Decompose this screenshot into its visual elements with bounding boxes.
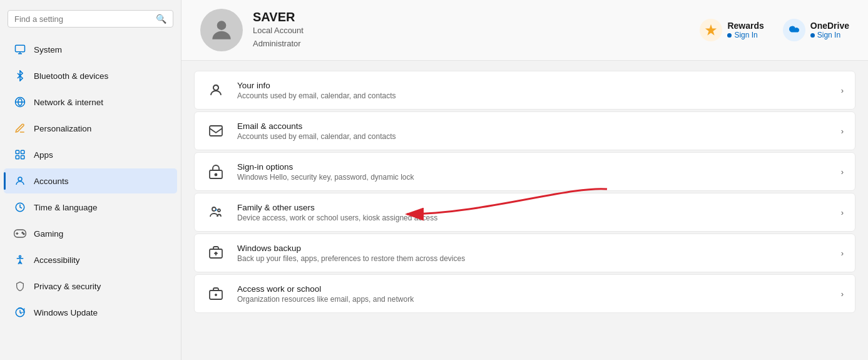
sidebar-label-personalization: Personalization [34,124,91,133]
search-icon: 🔍 [156,14,166,24]
bluetooth-icon [14,69,26,82]
svg-point-19 [218,209,220,212]
network-icon [14,96,26,108]
settings-item-email[interactable]: Email & accounts Accounts used by email,… [194,111,855,150]
svg-rect-2 [21,150,24,153]
sidebar-item-personalization[interactable]: Personalization [4,116,177,141]
accounts-icon [14,175,26,187]
onedrive-signin: Sign In [810,31,849,39]
signin-icon [206,162,226,182]
svg-point-8 [22,232,23,234]
your-info-icon [206,80,226,100]
sidebar-label-accessibility: Accessibility [34,255,80,265]
sidebar-label-time: Time & language [34,203,98,212]
svg-rect-3 [16,156,19,159]
time-icon [14,201,26,213]
svg-point-12 [217,21,227,30]
email-content: Email & accounts Accounts used by email,… [237,121,830,141]
svg-rect-4 [21,156,24,159]
rewards-signin: Sign In [727,31,763,39]
profile-account-type: Local Account [253,24,690,38]
your-info-chevron: › [841,86,844,95]
settings-item-your-info[interactable]: Your info Accounts used by email, calend… [194,71,855,110]
profile-info: SAVER Local Account Administrator [253,10,690,51]
rewards-text: Rewards Sign In [727,21,763,39]
svg-point-14 [213,85,218,90]
email-icon [206,121,226,141]
svg-rect-0 [16,45,25,52]
backup-chevron: › [841,249,844,258]
sidebar-item-bluetooth[interactable]: Bluetooth & devices [4,63,177,88]
sidebar-label-apps: Apps [34,150,53,160]
settings-item-backup[interactable]: Windows backup Back up your files, apps,… [194,234,855,272]
settings-item-family[interactable]: Family & other users Device access, work… [194,193,855,232]
svg-point-17 [215,174,217,176]
work-content: Access work or school Organization resou… [237,284,830,304]
sidebar-item-time[interactable]: Time & language [4,195,177,220]
backup-content: Windows backup Back up your files, apps,… [237,244,830,263]
privacy-icon [14,280,26,292]
sidebar-label-gaming: Gaming [34,229,63,239]
profile-role: Administrator [253,38,690,51]
rewards-icon [700,19,722,41]
family-content: Family & other users Device access, work… [237,203,830,222]
sidebar-item-apps[interactable]: Apps [4,142,177,167]
avatar [200,9,243,51]
backup-title: Windows backup [237,244,830,253]
sidebar-label-privacy: Privacy & security [34,282,101,291]
settings-item-signin[interactable]: Sign-in options Windows Hello, security … [194,152,855,191]
sidebar-item-accessibility[interactable]: Accessibility [4,247,177,272]
sidebar-label-network: Network & internet [34,98,103,107]
profile-name: SAVER [253,10,690,24]
sidebar-item-gaming[interactable]: Gaming [4,221,177,246]
family-desc: Device access, work or school users, kio… [237,213,830,222]
signin-desc: Windows Hello, security key, password, d… [237,173,830,182]
svg-point-10 [19,255,21,257]
onedrive-action[interactable]: OneDrive Sign In [783,19,849,41]
apps-icon [14,148,26,161]
your-info-title: Your info [237,81,830,90]
svg-rect-15 [210,126,222,136]
work-desc: Organization resources like email, apps,… [237,295,830,304]
family-title: Family & other users [237,203,830,212]
onedrive-title: OneDrive [810,21,849,31]
rewards-action[interactable]: Rewards Sign In [700,19,763,41]
sidebar: 🔍 System Bluetooth & devices Network & i… [0,0,181,360]
sidebar-label-update: Windows Update [34,308,98,317]
profile-bar: SAVER Local Account Administrator Reward… [181,0,868,61]
signin-title: Sign-in options [237,162,830,172]
sidebar-label-accounts: Accounts [34,177,69,186]
update-icon [14,306,26,319]
family-chevron: › [841,208,844,217]
sidebar-item-accounts[interactable]: Accounts [4,168,177,193]
your-info-desc: Accounts used by email, calendar, and co… [237,91,830,100]
sidebar-item-update[interactable]: Windows Update [4,300,177,325]
onedrive-icon [783,19,805,41]
main-content: SAVER Local Account Administrator Reward… [181,0,868,360]
email-title: Email & accounts [237,121,830,131]
settings-list: Your info Accounts used by email, calend… [181,61,868,323]
email-desc: Accounts used by email, calendar, and co… [237,132,830,141]
search-box[interactable]: 🔍 [8,10,173,28]
backup-icon [206,243,226,263]
sidebar-item-network[interactable]: Network & internet [4,90,177,115]
sidebar-item-privacy[interactable]: Privacy & security [4,274,177,299]
svg-point-5 [18,177,22,181]
backup-desc: Back up your files, apps, preferences to… [237,254,830,263]
sidebar-item-system[interactable]: System [4,37,177,62]
email-chevron: › [841,126,844,136]
svg-rect-1 [16,150,19,153]
svg-point-9 [23,234,24,235]
work-chevron: › [841,289,844,299]
signin-content: Sign-in options Windows Hello, security … [237,162,830,182]
work-icon [206,284,226,304]
rewards-title: Rewards [727,21,763,31]
accessibility-icon [14,254,26,266]
settings-item-work[interactable]: Access work or school Organization resou… [194,274,855,313]
search-input[interactable] [14,14,156,24]
onedrive-text: OneDrive Sign In [810,21,849,39]
your-info-content: Your info Accounts used by email, calend… [237,81,830,100]
gaming-icon [14,227,26,240]
family-icon [206,202,226,222]
system-icon [14,43,26,56]
